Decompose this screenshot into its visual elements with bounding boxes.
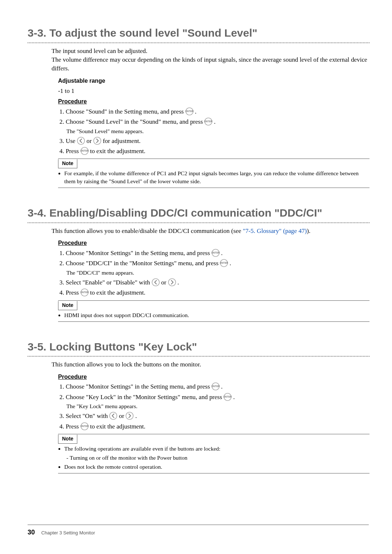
note-label: Note	[58, 301, 77, 310]
proc-step: Press ENTER to exit the adjustment.	[66, 147, 369, 156]
note-label: Note	[58, 435, 77, 444]
svg-text:ENTER: ENTER	[204, 120, 212, 123]
proc-step: Choose "DDC/CI" in the "Monitor Settings…	[66, 259, 369, 276]
svg-text:ENTER: ENTER	[224, 395, 232, 398]
dotted-rule	[28, 222, 369, 223]
proc-step: Use or for adjustment.	[66, 137, 369, 145]
dotted-rule	[28, 356, 369, 357]
sub-procedure: Procedure	[58, 373, 369, 381]
page: 3-3. To adjust the sound level "Sound Le…	[0, 0, 392, 554]
proc-step: Press ENTER to exit the adjustment.	[66, 422, 369, 431]
enter-icon: ENTER	[220, 259, 228, 267]
note-item: Does not lock the remote control operati…	[64, 463, 369, 471]
proc-substep: The "Sound Level" menu appears.	[66, 127, 369, 135]
sub-procedure: Procedure	[58, 98, 369, 106]
enter-icon: ENTER	[81, 288, 89, 296]
svg-text:ENTER: ENTER	[81, 291, 89, 294]
body-3-4: Procedure Choose "Monitor Settings" in t…	[58, 239, 369, 297]
note-list: For example, if the volume difference of…	[58, 169, 369, 185]
note-subitem: Turning on or off the monitor with the P…	[70, 454, 369, 462]
left-icon	[77, 137, 85, 145]
svg-point-4	[77, 137, 85, 144]
right-icon	[93, 137, 101, 145]
enter-icon: ENTER	[81, 422, 89, 430]
proc-step: Press ENTER to exit the adjustment.	[66, 288, 369, 297]
sub-adjustable-range: Adjustable range	[58, 77, 369, 85]
chapter-label: Chapter 3 Setting Monitor	[41, 530, 95, 535]
enter-icon: ENTER	[204, 118, 212, 126]
svg-point-13	[168, 279, 176, 286]
intro-line: The input sound level can be adjusted.	[52, 47, 369, 56]
page-footer: 30 Chapter 3 Setting Monitor	[28, 525, 369, 537]
note-sublist: Turning on or off the monitor with the P…	[64, 454, 369, 462]
proc-step: Select "Enable" or "Disable" with or .	[66, 278, 369, 287]
page-number: 30	[28, 529, 35, 536]
sub-procedure: Procedure	[58, 239, 369, 247]
proc-step: Choose "Monitor Settings" in the Setting…	[66, 249, 369, 258]
procedure-list-3-5: Choose "Monitor Settings" in the Setting…	[58, 382, 369, 431]
proc-step: Choose "Key Lock" in the "Monitor Settin…	[66, 393, 369, 410]
intro-3-4: This function allows you to enable/disab…	[52, 227, 369, 235]
proc-step: Choose "Sound" in the Setting menu, and …	[66, 107, 369, 116]
intro-pre: This function allows you to enable/disab…	[52, 227, 243, 234]
svg-text:ENTER: ENTER	[212, 251, 220, 254]
section-title-3-5: 3-5. Locking Buttons "Key Lock"	[28, 322, 369, 355]
note-box-3-4: Note HDMI input does not support DDC/CI …	[58, 300, 369, 322]
enter-icon: ENTER	[224, 393, 232, 401]
range-value: -1 to 1	[58, 87, 369, 95]
note-box-3-5: Note The following operations are availa…	[58, 434, 369, 473]
enter-icon: ENTER	[212, 249, 220, 257]
proc-step: Choose "Sound Level" in the "Sound" menu…	[66, 118, 369, 135]
svg-point-21	[126, 412, 133, 419]
intro-line: This function allows you to lock the but…	[52, 360, 369, 369]
right-icon	[168, 278, 176, 286]
dotted-rule	[28, 42, 369, 43]
note-list: HDMI input does not support DDC/CI commu…	[58, 311, 369, 319]
left-icon	[109, 412, 117, 420]
enter-icon: ENTER	[185, 107, 193, 115]
svg-text:ENTER: ENTER	[212, 385, 220, 388]
proc-step: Choose "Monitor Settings" in the Setting…	[66, 382, 369, 391]
intro-3-5: This function allows you to lock the but…	[52, 360, 369, 369]
section-title-3-4: 3-4. Enabling/Disabling DDC/CI communica…	[28, 188, 369, 221]
svg-point-20	[110, 412, 117, 419]
intro-post: ).	[307, 227, 310, 234]
glossary-link[interactable]: "7-5. Glossary" (page 47)	[243, 227, 307, 234]
proc-substep: The "Key Lock" menu appears.	[66, 402, 369, 410]
procedure-list-3-3: Choose "Sound" in the Setting menu, and …	[58, 107, 369, 156]
intro-line: The volume difference may occur dependin…	[52, 56, 369, 73]
note-bottom-rule	[58, 473, 369, 473]
enter-icon: ENTER	[212, 382, 220, 390]
note-item: The following operations are available e…	[64, 445, 369, 462]
enter-icon: ENTER	[81, 147, 89, 155]
note-list: The following operations are available e…	[58, 445, 369, 471]
svg-text:ENTER: ENTER	[81, 425, 89, 427]
left-icon	[152, 278, 160, 286]
note-top-rule	[58, 300, 369, 301]
note-box-3-3: Note For example, if the volume differen…	[58, 159, 369, 188]
svg-point-5	[94, 137, 101, 144]
proc-substep: The "DDC/CI" menu appears.	[66, 269, 369, 277]
svg-text:ENTER: ENTER	[185, 110, 193, 112]
body-3-5: Procedure Choose "Monitor Settings" in t…	[58, 373, 369, 431]
note-top-rule	[58, 159, 369, 159]
note-item: HDMI input does not support DDC/CI commu…	[64, 311, 369, 319]
svg-text:ENTER: ENTER	[220, 262, 228, 264]
svg-text:ENTER: ENTER	[81, 149, 89, 152]
procedure-list-3-4: Choose "Monitor Settings" in the Setting…	[58, 249, 369, 297]
note-label: Note	[58, 159, 77, 168]
note-item: For example, if the volume difference of…	[64, 169, 369, 185]
right-icon	[126, 412, 134, 420]
section-title-3-3: 3-3. To adjust the sound level "Sound Le…	[28, 20, 369, 41]
proc-step: Select "On" with or .	[66, 412, 369, 420]
note-top-rule	[58, 434, 369, 434]
svg-point-12	[152, 279, 159, 286]
body-3-3: Adjustable range -1 to 1 Procedure Choos…	[58, 77, 369, 156]
intro-3-3: The input sound level can be adjusted. T…	[52, 47, 369, 73]
